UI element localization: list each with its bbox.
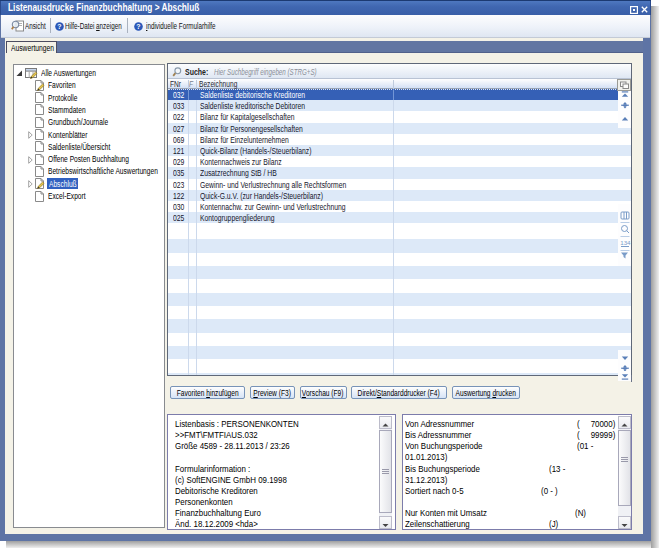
svg-text:134: 134	[620, 239, 631, 246]
svg-text:?: ?	[57, 23, 61, 30]
svg-text:?: ?	[136, 23, 140, 30]
